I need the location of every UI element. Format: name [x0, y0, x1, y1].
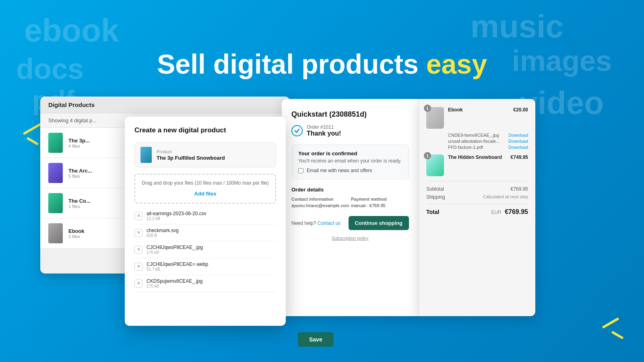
file-info-5: CKDSpujwmv8CEAE_.jpg 175 kB [147, 278, 202, 288]
product-thumb-2 [48, 163, 63, 183]
file-item-3: ✕ CJCH8JqwoP8CEAE_.jpg 176 kB [134, 241, 276, 258]
file-item-2: ✕ checkmark.svg 628 B [134, 224, 276, 241]
ebook-name: Ebook [448, 107, 513, 113]
product-title-3: The Co... [68, 198, 91, 204]
product-preview-thumb [140, 147, 152, 163]
file-name-5: CKDSpujwmv8CEAE_.jpg [147, 278, 202, 284]
file-item-5: ✕ CKDSpujwmv8CEAE_.jpg 175 kB [134, 275, 276, 292]
product-sub-3: 1 files [68, 204, 91, 209]
email-checkbox-label[interactable]: Email me with news and offers [298, 168, 402, 173]
quickstart-title: Quickstart (2308851d) [291, 110, 409, 119]
product-preview: Product The 3p Fulfilled Snowboard [134, 142, 276, 167]
admin-panel-header: Digital Products [40, 97, 290, 113]
product-thumb-1 [48, 133, 63, 153]
ebook-badge: 1 [424, 105, 431, 112]
ebook-download-1[interactable]: Download [508, 133, 528, 138]
subscription-policy-link[interactable]: Subscription policy [291, 236, 409, 241]
snowboard-price: €749.95 [511, 154, 528, 160]
product-thumb-3 [48, 193, 63, 213]
summary-item-ebook: 1 Ebook €20.00 [426, 107, 528, 129]
order-confirmed-title: Your order is confirmed [298, 150, 402, 156]
admin-row-text-4: Ebook 3 files [68, 228, 85, 239]
ebook-price: €20.00 [513, 107, 528, 113]
subtotal-row: Subtotal €769.95 [426, 186, 528, 192]
ebook-download-2[interactable]: Download [508, 139, 528, 144]
drop-zone[interactable]: Drag and drop your files (10 files max /… [134, 174, 276, 204]
create-modal-title: Create a new digital product [134, 126, 276, 134]
ebook-file-name-3: FFD-facture-1.pdf [448, 145, 483, 150]
total-value-group: EUR €769.95 [491, 208, 528, 216]
product-thumb-4 [48, 223, 63, 243]
ebook-files: CNDE9-fwmv8CEAE_.jpg Download urssaf-att… [448, 133, 528, 150]
summary-divider [426, 181, 528, 181]
file-remove-btn-1[interactable]: ✕ [134, 212, 142, 220]
file-name-2: checkmark.svg [147, 228, 179, 233]
file-size-2: 628 B [147, 233, 179, 238]
admin-panel-title: Digital Products [48, 101, 95, 108]
checkmark-svg [294, 128, 300, 134]
file-info-2: checkmark.svg 628 B [147, 228, 179, 238]
order-number: Order #1011 [307, 124, 341, 130]
save-button[interactable]: Save [298, 332, 334, 347]
file-item-4: ✕ CJCH8JqwoP8CEAE=.webp 51.7 kB [134, 258, 276, 275]
ebook-file-2: urssaf-attestation-fiscale... Download [448, 139, 528, 144]
file-info-4: CJCH8JqwoP8CEAE=.webp 51.7 kB [147, 261, 208, 272]
admin-row-text-1: The 3p... 4 files [68, 138, 90, 148]
contact-us-link[interactable]: Contact us [318, 220, 341, 226]
file-size-4: 51.7 kB [147, 267, 208, 272]
create-modal: Create a new digital product Product The… [125, 117, 286, 326]
file-info-1: all-earnings-2023-06-20.csv 12.2 kB [147, 211, 206, 221]
admin-row-text-2: The Arc... 5 files [68, 168, 92, 179]
ebook-file-name-2: urssaf-attestation-fiscale... [448, 139, 500, 144]
total-value: €769.95 [505, 208, 528, 215]
hero-highlight-text: easy [426, 49, 487, 79]
product-title-2: The Arc... [68, 168, 92, 174]
order-details-title: Order details [291, 187, 409, 193]
file-remove-btn-5[interactable]: ✕ [134, 280, 142, 288]
order-panel: Quickstart (2308851d) Order #1011 Thank … [282, 99, 419, 316]
file-size-1: 12.2 kB [147, 216, 206, 221]
product-title-4: Ebook [68, 228, 85, 234]
order-confirmed-box: Your order is confirmed You'll receive a… [291, 144, 409, 179]
file-size-5: 175 kB [147, 284, 202, 288]
email-checkbox-input[interactable] [298, 168, 303, 173]
file-remove-btn-2[interactable]: ✕ [134, 229, 142, 237]
file-item-1: ✕ all-earnings-2023-06-20.csv 12.2 kB [134, 208, 276, 224]
payment-label: Payment method [351, 197, 409, 202]
drop-zone-label: Drag and drop your files (10 files max /… [141, 180, 270, 186]
total-row: Total EUR €769.95 [426, 204, 528, 216]
snowboard-name: The Hidden Snowboard [448, 154, 511, 160]
summary-item-snowboard: 1 The Hidden Snowboard €749.95 [426, 154, 528, 176]
order-details-grid: Contact information Payment method ayumu… [291, 197, 409, 208]
snowboard-badge: 1 [424, 152, 431, 159]
order-success: Order #1011 Thank you! [291, 124, 409, 137]
shipping-label: Shipping [426, 194, 445, 200]
product-label: Product [157, 149, 225, 154]
ebook-item-info: Ebook [448, 107, 513, 113]
shipping-value: Calculated at next step [483, 194, 528, 200]
payment-value: manual - €769.95 [351, 203, 409, 208]
thank-you-text: Thank you! [307, 130, 341, 137]
hero-section: Sell digital products easy [157, 48, 487, 80]
subtotal-value: €769.95 [511, 186, 528, 192]
continue-shopping-button[interactable]: Continue shopping [349, 216, 409, 230]
email-checkbox-text: Email me with news and offers [307, 168, 372, 173]
snowboard-item-left: 1 The Hidden Snowboard [426, 154, 511, 176]
subtotal-label: Subtotal [426, 186, 444, 192]
total-label: Total [426, 209, 439, 215]
need-help-text: Need help? Contact us [291, 220, 341, 226]
add-files-button[interactable]: Add files [194, 191, 217, 197]
shipping-row: Shipping Calculated at next step [426, 194, 528, 200]
ebook-item-left: 1 Ebook [426, 107, 513, 129]
admin-row-text-3: The Co... 1 files [68, 198, 91, 209]
hero-main-text: Sell digital products [157, 49, 426, 79]
snowboard-thumb: 1 [426, 154, 444, 176]
ebook-download-3[interactable]: Download [508, 145, 528, 150]
file-remove-btn-3[interactable]: ✕ [134, 246, 142, 254]
file-remove-btn-4[interactable]: ✕ [134, 263, 142, 271]
summary-panel: 1 Ebook €20.00 CNDE9-fwmv8CEAE_.jpg Down… [419, 99, 535, 316]
order-success-text: Order #1011 Thank you! [307, 124, 341, 137]
file-name-3: CJCH8JqwoP8CEAE_.jpg [147, 245, 203, 250]
product-sub-1: 4 files [68, 144, 90, 148]
ebook-file-name-1: CNDE9-fwmv8CEAE_.jpg [448, 133, 499, 138]
